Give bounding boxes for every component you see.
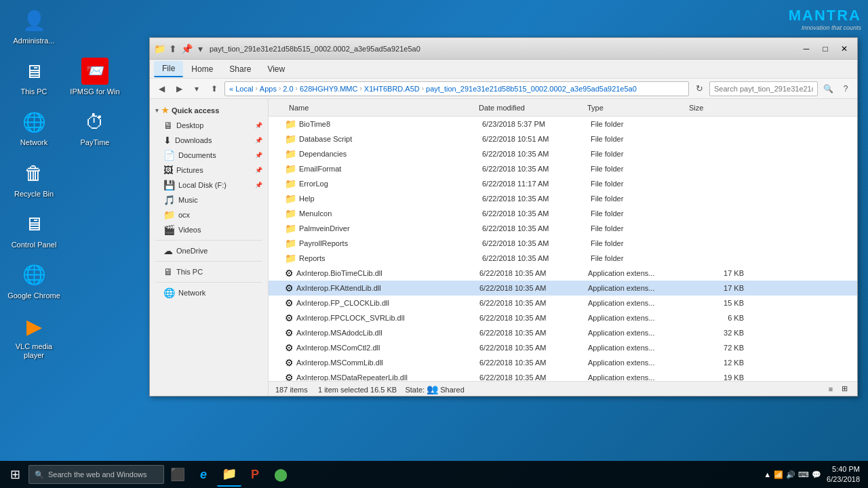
chrome-taskbar-button[interactable]: ⬤ <box>269 462 293 487</box>
down-chevron-icon[interactable]: ▾ <box>195 43 205 54</box>
edge-button[interactable]: e <box>191 462 216 487</box>
sidebar-item-local-disk[interactable]: 💾 Local Disk (F:) 📌 <box>150 178 268 192</box>
file-type: File folder <box>591 180 692 188</box>
sidebar-item-videos[interactable]: 🎬 Videos <box>150 222 268 237</box>
administrator-icon: 👤 <box>20 7 47 34</box>
file-row[interactable]: ⚙ AxInterop.BioTimeCLib.dll 6/22/2018 10… <box>269 266 857 281</box>
file-date: 6/22/2018 10:35 AM <box>482 195 591 203</box>
sidebar-local-disk-label: Local Disk (F:) <box>178 181 226 189</box>
file-row[interactable]: ⚙ AxInterop.FP_CLOCKLib.dll 6/22/2018 10… <box>269 296 857 310</box>
file-type-icon: ⚙ <box>285 298 294 308</box>
list-view-button[interactable]: ≡ <box>825 383 837 395</box>
tray-up-icon[interactable]: ▲ <box>764 470 771 479</box>
file-type-icon: ⚙ <box>285 283 294 293</box>
sidebar-item-documents[interactable]: 📄 Documents 📌 <box>150 148 268 163</box>
file-type: File folder <box>591 195 692 203</box>
breadcrumb[interactable]: « Local › Apps › 2.0 › 628HGHY9.MMC › X1… <box>224 81 689 96</box>
details-view-button[interactable]: ⊞ <box>838 383 850 395</box>
file-row[interactable]: 📁 EmailFormat 6/22/2018 10:35 AM File fo… <box>269 161 857 176</box>
taskbar-search[interactable]: 🔍 Search the web and Windows <box>28 465 164 484</box>
desktop-icon-vlc[interactable]: ▶ VLC media player <box>7 312 61 360</box>
file-row[interactable]: 📁 MenuIcon 6/22/2018 10:35 AM File folde… <box>269 206 857 221</box>
desktop-icon-chrome[interactable]: 🌐 Google Chrome <box>7 262 61 300</box>
maximize-button[interactable]: □ <box>816 42 834 56</box>
file-row[interactable]: 📁 Dependancies 6/22/2018 10:35 AM File f… <box>269 146 857 161</box>
desktop-icon-this-pc[interactable]: 🖥 This PC <box>7 58 61 96</box>
desktop-icon-ipmsg[interactable]: 📨 IPMSG for Win <box>68 58 122 96</box>
col-header-name[interactable]: Name <box>285 104 475 112</box>
task-view-button[interactable]: ⬛ <box>165 462 190 487</box>
search-button[interactable]: 🔍 <box>821 81 835 96</box>
up-icon[interactable]: ⬆ <box>167 43 178 54</box>
menu-view[interactable]: View <box>259 62 293 77</box>
quick-access-header[interactable]: ▾ ★ Quick access <box>150 103 268 118</box>
col-header-type[interactable]: Type <box>583 104 685 112</box>
system-tray: ▲ 📶 🔊 ⌨ 💬 <box>764 470 821 479</box>
file-row[interactable]: 📁 PalmveinDriver 6/22/2018 10:35 AM File… <box>269 221 857 236</box>
sidebar-item-music[interactable]: 🎵 Music <box>150 192 268 207</box>
breadcrumb-current[interactable]: payt_tion_291e31e21d58b515_0002.0002_a3e… <box>426 85 637 93</box>
file-explorer-taskbar-button[interactable]: 📁 <box>217 462 241 487</box>
desktop-icon-paytime[interactable]: ⏱ PayTime <box>68 108 122 147</box>
col-header-size[interactable]: Size <box>685 104 739 112</box>
search-input[interactable] <box>709 81 818 96</box>
file-type: Application extens... <box>588 269 690 277</box>
file-name: AxInterop.MSCommLib.dll <box>296 359 479 367</box>
file-row[interactable]: 📁 Reports 6/22/2018 10:35 AM File folder <box>269 251 857 266</box>
sidebar-item-ocx[interactable]: 📁 ocx <box>150 207 268 222</box>
paytime-icon: ⏱ <box>81 108 108 136</box>
local-disk-icon: 💾 <box>163 180 175 190</box>
file-row[interactable]: 📁 Database Script 6/22/2018 10:51 AM Fil… <box>269 131 857 146</box>
refresh-button[interactable]: ↻ <box>692 81 707 96</box>
sidebar-this-pc-label: This PC <box>176 268 203 276</box>
desktop-icon-recycle-bin[interactable]: 🗑 Recycle Bin <box>7 160 61 199</box>
breadcrumb-local[interactable]: « Local <box>229 85 253 93</box>
breadcrumb-apps[interactable]: Apps <box>260 85 277 93</box>
minimize-button[interactable]: ─ <box>797 42 815 56</box>
sidebar-item-desktop[interactable]: 🖥 Desktop 📌 <box>150 118 268 133</box>
recent-button[interactable]: ▾ <box>189 81 204 96</box>
file-row[interactable]: ⚙ AxInterop.MSAdodcLib.dll 6/22/2018 10:… <box>269 325 857 340</box>
start-button[interactable]: ⊞ <box>3 462 27 487</box>
file-date: 6/22/2018 10:35 AM <box>482 239 591 247</box>
up-dir-button[interactable]: ⬆ <box>207 81 222 96</box>
forward-button[interactable]: ▶ <box>172 81 186 96</box>
sidebar-documents-label: Documents <box>178 151 216 159</box>
file-row[interactable]: ⚙ AxInterop.FPCLOCK_SVRLib.dll 6/22/2018… <box>269 310 857 325</box>
file-list: 📁 BioTime8 6/23/2018 5:37 PM File folder… <box>269 117 857 381</box>
desktop-icon-administrator[interactable]: 👤 Administra... <box>7 7 61 45</box>
menu-file[interactable]: File <box>154 61 183 77</box>
breadcrumb-a5d[interactable]: X1HT6BRD.A5D <box>364 85 420 93</box>
back-button[interactable]: ◀ <box>154 81 169 96</box>
powerpoint-taskbar-button[interactable]: P <box>243 462 267 487</box>
file-row[interactable]: ⚙ AxInterop.MSComCtl2.dll 6/22/2018 10:3… <box>269 340 857 355</box>
file-row[interactable]: ⚙ AxInterop.MSCommLib.dll 6/22/2018 10:3… <box>269 355 857 370</box>
file-type: File folder <box>591 150 692 158</box>
sidebar-item-onedrive[interactable]: ☁ OneDrive <box>150 243 268 258</box>
menu-share[interactable]: Share <box>221 62 259 77</box>
file-row[interactable]: 📁 ErrorLog 6/22/2018 11:17 AM File folde… <box>269 176 857 191</box>
clock[interactable]: 5:40 PM 6/23/2018 <box>827 464 860 485</box>
sidebar-item-this-pc[interactable]: 🖥 This PC <box>150 264 268 279</box>
network-sidebar-icon: 🌐 <box>163 287 175 298</box>
quick-access-chevron: ▾ <box>155 107 159 114</box>
file-row[interactable]: ⚙ AxInterop.FKAttendLib.dll 6/22/2018 10… <box>269 281 857 296</box>
file-row[interactable]: 📁 PayrollReports 6/22/2018 10:35 AM File… <box>269 236 857 251</box>
file-row[interactable]: ⚙ AxInterop.MSDataRepeaterLib.dll 6/22/2… <box>269 370 857 381</box>
menu-home[interactable]: Home <box>183 62 221 77</box>
sidebar-item-downloads[interactable]: ⬇ Downloads 📌 <box>150 133 268 148</box>
sidebar-item-pictures[interactable]: 🖼 Pictures 📌 <box>150 163 268 178</box>
file-type-icon: 📁 <box>285 208 296 219</box>
desktop-icon-network[interactable]: 🌐 Network <box>7 108 61 147</box>
file-row[interactable]: 📁 BioTime8 6/23/2018 5:37 PM File folder <box>269 117 857 131</box>
pin-indicator2: 📌 <box>255 137 262 144</box>
file-row[interactable]: 📁 Help 6/22/2018 10:35 AM File folder <box>269 191 857 206</box>
breadcrumb-20[interactable]: 2.0 <box>283 85 293 93</box>
desktop-icon-control-panel[interactable]: 🖥 Control Panel <box>7 211 61 249</box>
notification-tray-icon: 💬 <box>812 470 821 479</box>
close-button[interactable]: ✕ <box>835 42 853 56</box>
breadcrumb-mmc[interactable]: 628HGHY9.MMC <box>300 85 358 93</box>
sidebar-item-network[interactable]: 🌐 Network <box>150 285 268 300</box>
help-button[interactable]: ? <box>838 81 853 96</box>
col-header-date[interactable]: Date modified <box>475 104 583 112</box>
